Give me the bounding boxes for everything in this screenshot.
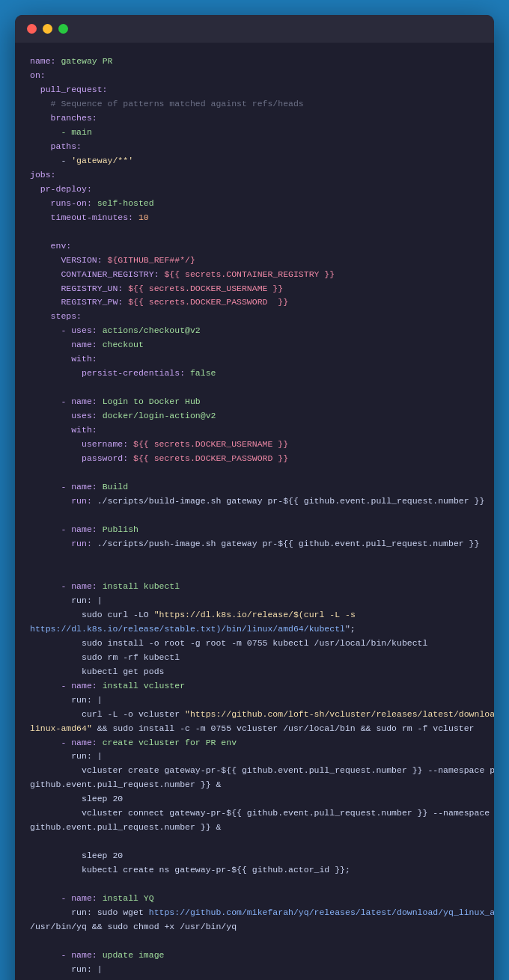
code-line: env: xyxy=(30,239,479,254)
code-line xyxy=(30,566,479,580)
code-line: yq -e -i '.spec.template.spec.containers… xyxy=(30,977,479,980)
code-line: run: | xyxy=(30,750,479,764)
code-line: github.event.pull_request.number }} & xyxy=(30,821,479,835)
code-line: uses: docker/login-action@v2 xyxy=(30,409,479,423)
code-line: run: sudo wget https://github.com/mikefa… xyxy=(30,906,479,920)
code-line xyxy=(30,551,479,566)
code-line: sleep 20 xyxy=(30,792,479,806)
code-line: run: ./scripts/build-image.sh gateway pr… xyxy=(30,494,479,509)
code-line: timeout-minutes: 10 xyxy=(30,211,479,225)
code-line: pull_request: xyxy=(30,83,479,97)
code-line: run: | xyxy=(30,963,479,977)
code-line: steps: xyxy=(30,310,479,324)
code-line: - main xyxy=(30,126,479,140)
code-line: run: | xyxy=(30,594,479,608)
code-line: linux-amd64" && sudo install -c -m 0755 … xyxy=(30,722,479,736)
close-button[interactable] xyxy=(27,24,37,34)
code-line: run: ./scripts/push-image.sh gateway pr-… xyxy=(30,537,479,551)
code-line: - name: update image xyxy=(30,949,479,963)
code-line: https://dl.k8s.io/release/stable.txt)/bi… xyxy=(30,622,479,637)
code-line: name: checkout xyxy=(30,338,479,352)
code-line: vcluster connect gateway-pr-${{ github.e… xyxy=(30,806,479,821)
minimize-button[interactable] xyxy=(43,24,52,34)
code-line: CONTAINER_REGISTRY: ${{ secrets.CONTAINE… xyxy=(30,268,479,282)
code-line: github.event.pull_request.number }} & xyxy=(30,778,479,792)
code-line: REGISTRY_UN: ${{ secrets.DOCKER_USERNAME… xyxy=(30,282,479,296)
code-line: kubectl create ns gateway-pr-${{ github.… xyxy=(30,863,479,878)
code-line: sudo rm -rf kubectl xyxy=(30,651,479,665)
code-line: sudo curl -LO "https://dl.k8s.io/release… xyxy=(30,608,479,622)
code-line xyxy=(30,466,479,480)
code-line: - name: Publish xyxy=(30,523,479,537)
code-line: - name: create vcluster for PR env xyxy=(30,736,479,750)
code-window: name: gateway PRon: pull_request: # Sequ… xyxy=(15,15,494,980)
code-line: - name: Build xyxy=(30,480,479,494)
code-line: with: xyxy=(30,352,479,367)
code-line: - name: install kubectl xyxy=(30,580,479,594)
code-line: with: xyxy=(30,423,479,438)
code-line: password: ${{ secrets.DOCKER_PASSWORD }} xyxy=(30,452,479,466)
code-line: - 'gateway/**' xyxy=(30,154,479,168)
code-line: paths: xyxy=(30,140,479,154)
code-line: username: ${{ secrets.DOCKER_USERNAME }} xyxy=(30,438,479,452)
code-line: runs-on: self-hosted xyxy=(30,197,479,211)
code-line xyxy=(30,381,479,395)
code-line: sudo install -o root -g root -m 0755 kub… xyxy=(30,637,479,651)
code-line xyxy=(30,934,479,949)
code-line: name: gateway PR xyxy=(30,55,479,69)
code-line: - name: Login to Docker Hub xyxy=(30,395,479,409)
code-line: - uses: actions/checkout@v2 xyxy=(30,324,479,338)
code-content: name: gateway PRon: pull_request: # Sequ… xyxy=(15,43,494,980)
code-line: vcluster create gateway-pr-${{ github.ev… xyxy=(30,764,479,778)
titlebar xyxy=(15,15,494,43)
code-line: kubectl get pods xyxy=(30,665,479,679)
code-line: on: xyxy=(30,69,479,83)
code-line: curl -L -o vcluster "https://github.com/… xyxy=(30,708,479,722)
code-line: /usr/bin/yq && sudo chmod +x /usr/bin/yq xyxy=(30,920,479,934)
code-line: run: | xyxy=(30,693,479,708)
code-line: # Sequence of patterns matched against r… xyxy=(30,97,479,111)
code-line: pr-deploy: xyxy=(30,183,479,197)
code-line: persist-credentials: false xyxy=(30,367,479,381)
code-line xyxy=(30,878,479,892)
code-line xyxy=(30,509,479,523)
code-line: jobs: xyxy=(30,168,479,183)
code-line: branches: xyxy=(30,111,479,126)
maximize-button[interactable] xyxy=(58,24,68,34)
code-line: - name: install vcluster xyxy=(30,679,479,693)
code-line: REGISTRY_PW: ${{ secrets.DOCKER_PASSWORD… xyxy=(30,295,479,310)
code-line xyxy=(30,835,479,849)
code-line: VERSION: ${GITHUB_REF##*/} xyxy=(30,254,479,268)
code-line: sleep 20 xyxy=(30,849,479,863)
code-line xyxy=(30,225,479,239)
code-line: - name: install YQ xyxy=(30,892,479,906)
